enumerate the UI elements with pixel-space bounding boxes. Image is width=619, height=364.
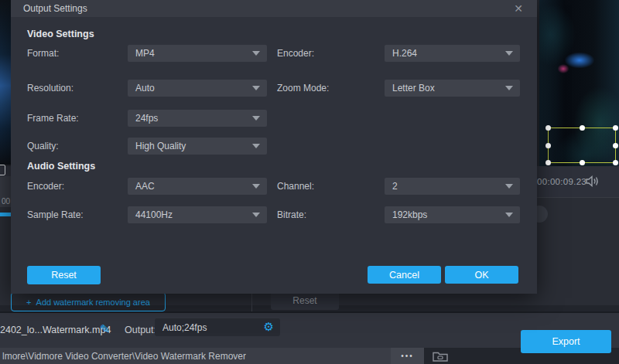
cancel-button[interactable]: Cancel (368, 266, 441, 284)
zoom-mode-value: Letter Box (392, 83, 435, 94)
output-format-value: Auto;24fps (162, 322, 264, 333)
frame-rate-label: Frame Rate: (27, 110, 79, 127)
encoder-value: H.264 (392, 48, 417, 59)
chevron-down-icon (252, 213, 260, 217)
output-path-text: lmore\Vidmore Video Converter\Video Wate… (0, 351, 246, 362)
chevron-down-icon (252, 144, 260, 148)
playback-timestamp: 00:00:09.23 (537, 177, 587, 186)
watermark-selection-box[interactable] (548, 128, 616, 163)
quality-dropdown[interactable]: High Quality (128, 138, 267, 155)
browse-path-button[interactable]: ••• (391, 348, 424, 364)
edit-filename-icon[interactable]: ✎ (100, 322, 110, 336)
selection-handle-w[interactable] (545, 143, 551, 148)
add-watermark-area-button[interactable]: + Add watermark removing area (11, 292, 166, 311)
chevron-down-icon (252, 116, 260, 121)
output-settings-dialog: Output Settings ✕ Video Settings Format:… (11, 0, 537, 294)
tools-divider (251, 291, 252, 311)
chevron-down-icon (252, 184, 260, 189)
resolution-value: Auto (135, 83, 155, 94)
zoom-mode-dropdown[interactable]: Letter Box (385, 80, 520, 97)
file-name: 2402_lo...Watermark.mp4 (0, 325, 111, 335)
output-settings-gear-icon[interactable]: ⚙ (264, 321, 274, 333)
selection-handle-e[interactable] (613, 143, 618, 148)
format-dropdown[interactable]: MP4 (128, 45, 267, 62)
selection-handle-ne[interactable] (613, 125, 618, 131)
timeline-progress-bar[interactable] (0, 213, 11, 216)
export-button[interactable]: Export (521, 330, 611, 353)
format-value: MP4 (135, 48, 155, 59)
dialog-header (11, 0, 537, 17)
output-path-bar: lmore\Vidmore Video Converter\Video Wate… (0, 348, 391, 364)
selection-handle-sw[interactable] (545, 160, 551, 165)
chevron-down-icon (505, 86, 513, 90)
selection-handle-n[interactable] (580, 125, 585, 131)
output-format-field[interactable]: Auto;24fps ⚙ (155, 318, 280, 336)
area-reset-button[interactable]: Reset (271, 291, 339, 310)
sample-rate-label: Sample Rate: (27, 206, 84, 223)
video-settings-heading: Video Settings (27, 29, 94, 39)
video-preview-left-sliver (0, 0, 11, 165)
quality-label: Quality: (27, 138, 59, 155)
selection-handle-s[interactable] (580, 160, 585, 165)
speaker-icon[interactable] (586, 175, 600, 190)
area-tool-icon[interactable] (0, 165, 5, 175)
ok-button[interactable]: OK (445, 266, 518, 284)
bitrate-label: Bitrate: (277, 206, 306, 223)
add-watermark-area-label: Add watermark removing area (36, 298, 150, 307)
encoder-dropdown[interactable]: H.264 (385, 45, 520, 62)
channel-dropdown[interactable]: 2 (385, 178, 520, 195)
open-folder-icon[interactable] (431, 349, 450, 363)
selection-handle-nw[interactable] (545, 125, 551, 131)
frame-rate-dropdown[interactable]: 24fps (128, 110, 267, 127)
format-label: Format: (27, 45, 59, 62)
resolution-dropdown[interactable]: Auto (128, 80, 267, 97)
timeline-time-partial: 00 (2, 197, 10, 206)
close-icon[interactable]: ✕ (511, 1, 526, 16)
chevron-down-icon (252, 86, 260, 90)
encoder-label: Encoder: (277, 45, 314, 62)
channel-value: 2 (392, 181, 398, 192)
dialog-title: Output Settings (23, 0, 87, 17)
resolution-label: Resolution: (27, 80, 74, 97)
audio-encoder-label: Encoder: (27, 178, 64, 195)
selection-handle-se[interactable] (613, 160, 618, 165)
channel-label: Channel: (277, 178, 314, 195)
chevron-down-icon (505, 213, 513, 217)
chevron-down-icon (252, 51, 260, 56)
zoom-mode-label: Zoom Mode: (277, 80, 329, 97)
audio-encoder-dropdown[interactable]: AAC (128, 178, 267, 195)
bitrate-value: 192kbps (392, 209, 427, 220)
sample-rate-dropdown[interactable]: 44100Hz (128, 206, 267, 223)
output-label: Output: (125, 325, 156, 335)
chevron-down-icon (505, 184, 513, 189)
app-window: 00:00:09.23 00 + Add watermark removing … (0, 0, 619, 364)
quality-value: High Quality (135, 141, 186, 151)
audio-encoder-value: AAC (135, 181, 155, 192)
plus-icon: + (26, 298, 31, 307)
frame-rate-value: 24fps (135, 113, 158, 124)
audio-settings-heading: Audio Settings (27, 161, 95, 172)
sample-rate-value: 44100Hz (135, 209, 173, 220)
bitrate-dropdown[interactable]: 192kbps (385, 206, 520, 223)
chevron-down-icon (505, 51, 513, 56)
reset-button[interactable]: Reset (27, 266, 101, 284)
